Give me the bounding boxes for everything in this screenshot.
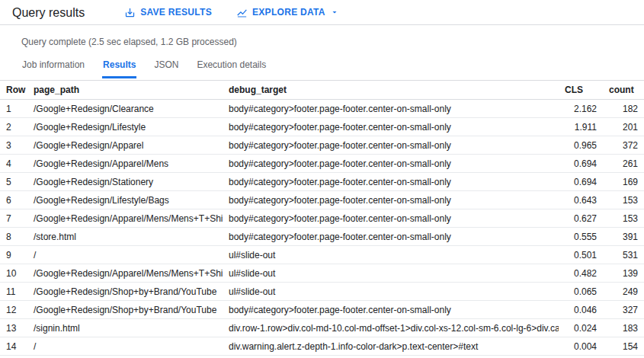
page-path-cell: /Google+Redesign/Apparel — [27, 136, 223, 155]
table-header-row: Row page_path debug_target CLS count — [0, 81, 644, 100]
cls-value-cell: 0.694 — [559, 155, 603, 173]
cls-value-cell: 0.046 — [559, 301, 603, 319]
count-value-cell: 249 — [603, 283, 644, 301]
results-tab-bar: Job information Results JSON Execution d… — [0, 57, 644, 78]
page-path-cell: /Google+Redesign/Apparel/Mens — [27, 155, 223, 173]
table-row: 9/ul#slide-out0.501531 — [0, 246, 644, 264]
query-results-table: Row page_path debug_target CLS count 1/G… — [0, 80, 644, 356]
debug-target-cell: ul#slide-out — [223, 264, 559, 283]
table-row: 8/store.htmlbody#category>footer.page-fo… — [0, 228, 644, 246]
save-results-button[interactable]: SAVE RESULTS — [118, 4, 218, 21]
column-header-page-path: page_path — [27, 81, 223, 100]
row-number-cell: 7 — [0, 209, 27, 228]
column-header-cls: CLS — [559, 81, 603, 100]
cls-value-cell: 0.482 — [559, 264, 603, 283]
tab-job-information[interactable]: Job information — [21, 57, 85, 78]
explore-data-label: EXPLORE DATA — [252, 7, 325, 18]
table-row: 10/Google+Redesign/Apparel/Mens/Mens+T+S… — [0, 264, 644, 283]
debug-target-cell: ul#slide-out — [223, 246, 559, 264]
column-header-count: count — [603, 81, 644, 100]
page-path-cell: /Google+Redesign/Apparel/Mens/Mens+T+Shi… — [27, 264, 223, 283]
count-value-cell: 153 — [603, 209, 644, 228]
row-number-cell: 6 — [0, 191, 27, 209]
table-row: 14/div.warning.alert.z-depth-1.info-colo… — [0, 337, 644, 356]
page-path-cell: /Google+Redesign/Clearance — [27, 100, 223, 118]
cls-value-cell: 1.911 — [559, 118, 603, 136]
query-results-header: Query results SAVE RESULTS EXPLORE DATA — [0, 0, 644, 25]
count-value-cell: 139 — [603, 264, 644, 283]
cls-value-cell: 0.627 — [559, 209, 603, 228]
debug-target-cell: body#category>footer.page-footer.center-… — [223, 173, 559, 191]
table-row: 3/Google+Redesign/Apparelbody#category>f… — [0, 136, 644, 155]
count-value-cell: 391 — [603, 228, 644, 246]
cls-value-cell: 0.643 — [559, 191, 603, 209]
row-number-cell: 9 — [0, 246, 27, 264]
table-row: 1/Google+Redesign/Clearancebody#category… — [0, 100, 644, 118]
row-number-cell: 2 — [0, 118, 27, 136]
query-status-text: Query complete (2.5 sec elapsed, 1.2 GB … — [21, 37, 644, 47]
table-row: 6/Google+Redesign/Lifestyle/Bagsbody#cat… — [0, 191, 644, 209]
table-row: 7/Google+Redesign/Apparel/Mens/Mens+T+Sh… — [0, 209, 644, 228]
table-row: 5/Google+Redesign/Stationerybody#categor… — [0, 173, 644, 191]
debug-target-cell: body#category>footer.page-footer.center-… — [223, 191, 559, 209]
count-value-cell: 531 — [603, 246, 644, 264]
row-number-cell: 4 — [0, 155, 27, 173]
debug-target-cell: body#category>footer.page-footer.center-… — [223, 155, 559, 173]
count-value-cell: 201 — [603, 118, 644, 136]
column-header-debug-target: debug_target — [223, 81, 559, 100]
chart-icon — [236, 7, 248, 18]
count-value-cell: 169 — [603, 173, 644, 191]
debug-target-cell: body#category>footer.page-footer.center-… — [223, 118, 559, 136]
debug-target-cell: body#category>footer.page-footer.center-… — [223, 228, 559, 246]
row-number-cell: 3 — [0, 136, 27, 155]
cls-value-cell: 0.065 — [559, 283, 603, 301]
tab-execution-details[interactable]: Execution details — [196, 57, 267, 78]
page-path-cell: / — [27, 246, 223, 264]
count-value-cell: 261 — [603, 155, 644, 173]
page-path-cell: / — [27, 337, 223, 356]
debug-target-cell: ul#slide-out — [223, 283, 559, 301]
page-path-cell: /Google+Redesign/Lifestyle — [27, 118, 223, 136]
row-number-cell: 13 — [0, 319, 27, 337]
chevron-down-icon — [330, 8, 339, 17]
debug-target-cell: body#category>footer.page-footer.center-… — [223, 301, 559, 319]
table-row: 2/Google+Redesign/Lifestylebody#category… — [0, 118, 644, 136]
row-number-cell: 8 — [0, 228, 27, 246]
row-number-cell: 1 — [0, 100, 27, 118]
cls-value-cell: 0.024 — [559, 319, 603, 337]
table-row: 4/Google+Redesign/Apparel/Mensbody#categ… — [0, 155, 644, 173]
row-number-cell: 12 — [0, 301, 27, 319]
page-path-cell: /Google+Redesign/Shop+by+Brand/YouTube — [27, 301, 223, 319]
count-value-cell: 154 — [603, 337, 644, 356]
debug-target-cell: body#category>footer.page-footer.center-… — [223, 209, 559, 228]
debug-target-cell: body#category>footer.page-footer.center-… — [223, 136, 559, 155]
page-path-cell: /Google+Redesign/Lifestyle/Bags — [27, 191, 223, 209]
cls-value-cell: 2.162 — [559, 100, 603, 118]
row-number-cell: 10 — [0, 264, 27, 283]
row-number-cell: 5 — [0, 173, 27, 191]
page-path-cell: /signin.html — [27, 319, 223, 337]
tab-results[interactable]: Results — [102, 57, 136, 78]
debug-target-cell: div.warning.alert.z-depth-1.info-color-d… — [223, 337, 559, 356]
count-value-cell: 372 — [603, 136, 644, 155]
page-title: Query results — [12, 0, 85, 25]
debug-target-cell: div.row-1.row>div.col-md-10.col-md-offse… — [223, 319, 559, 337]
count-value-cell: 327 — [603, 301, 644, 319]
cls-value-cell: 0.501 — [559, 246, 603, 264]
table-row: 11/Google+Redesign/Shop+by+Brand/YouTube… — [0, 283, 644, 301]
count-value-cell: 153 — [603, 191, 644, 209]
results-table-body: 1/Google+Redesign/Clearancebody#category… — [0, 100, 644, 356]
page-path-cell: /store.html — [27, 228, 223, 246]
cls-value-cell: 0.965 — [559, 136, 603, 155]
page-path-cell: /Google+Redesign/Stationery — [27, 173, 223, 191]
explore-data-button[interactable]: EXPLORE DATA — [230, 4, 345, 21]
table-row: 12/Google+Redesign/Shop+by+Brand/YouTube… — [0, 301, 644, 319]
page-path-cell: /Google+Redesign/Shop+by+Brand/YouTube — [27, 283, 223, 301]
column-header-row: Row — [0, 81, 27, 100]
cls-value-cell: 0.004 — [559, 337, 603, 356]
tab-json[interactable]: JSON — [153, 57, 179, 78]
debug-target-cell: body#category>footer.page-footer.center-… — [223, 100, 559, 118]
count-value-cell: 183 — [603, 319, 644, 337]
row-number-cell: 14 — [0, 337, 27, 356]
row-number-cell: 11 — [0, 283, 27, 301]
